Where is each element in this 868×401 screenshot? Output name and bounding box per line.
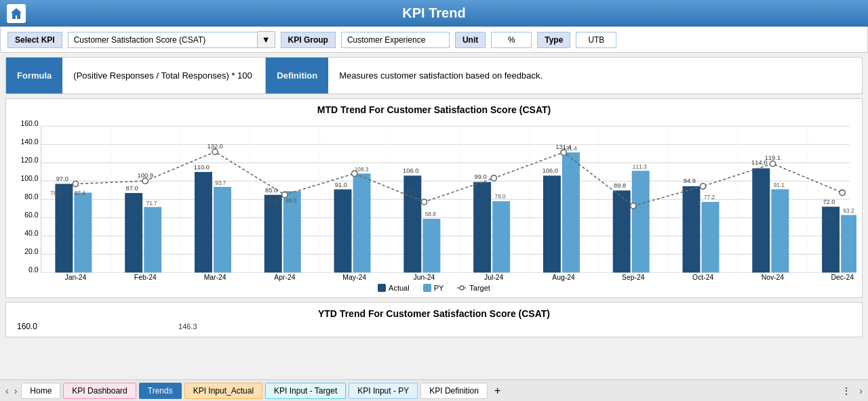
target-marker <box>561 150 566 155</box>
bar-jan-py <box>74 192 92 272</box>
bar-dec-py <box>841 215 856 272</box>
svg-text:87.0: 87.0 <box>125 185 138 192</box>
svg-text:93.7: 93.7 <box>215 180 226 186</box>
tab-add-button[interactable]: + <box>489 382 506 400</box>
bar-aug-py <box>562 152 580 272</box>
legend-target-label: Target <box>469 284 490 292</box>
svg-text:160.0: 160.0 <box>20 120 38 127</box>
svg-text:97.0: 97.0 <box>56 175 68 182</box>
target-marker <box>352 171 357 176</box>
bar-nov-py <box>771 189 789 272</box>
bar-may-py <box>353 173 371 272</box>
target-marker <box>700 184 705 189</box>
svg-text:106.0: 106.0 <box>403 167 418 174</box>
tab-more-button[interactable]: ⋮ <box>836 383 856 399</box>
bottom-tabs: ‹ › Home KPI Dashboard Trends KPI Input_… <box>0 379 868 401</box>
svg-text:87.4: 87.4 <box>75 190 86 196</box>
svg-text:77.2: 77.2 <box>704 194 715 200</box>
dropdown-arrow-icon[interactable]: ▼ <box>258 31 275 48</box>
svg-text:85.0: 85.0 <box>265 187 277 194</box>
bar-may-actual <box>334 190 352 273</box>
bar-jan-actual <box>55 184 73 272</box>
definition-value: Measures customer satisfaction based on … <box>328 58 553 93</box>
svg-text:40.0: 40.0 <box>24 230 38 237</box>
svg-text:78.0: 78.0 <box>495 193 507 200</box>
target-marker <box>770 161 775 166</box>
svg-text:Mar-24: Mar-24 <box>204 274 226 281</box>
svg-text:72.0: 72.0 <box>823 198 835 205</box>
svg-text:59.5: 59.5 <box>266 198 277 205</box>
svg-text:Sep-24: Sep-24 <box>622 274 645 281</box>
svg-text:77.4: 77.4 <box>406 188 417 194</box>
svg-text:Aug-24: Aug-24 <box>552 274 575 281</box>
ytd-value-label: 146.3 <box>178 322 197 331</box>
bar-mar-actual <box>195 172 212 272</box>
svg-text:111.3: 111.3 <box>633 163 647 170</box>
tab-kpi-input-target[interactable]: KPI Input - Target <box>265 383 346 399</box>
tab-nav-prev[interactable]: ‹ <box>3 385 12 396</box>
tab-kpi-input-py[interactable]: KPI Input - PY <box>349 383 418 399</box>
svg-text:May-24: May-24 <box>342 274 366 281</box>
svg-text:Jan-24: Jan-24 <box>65 274 87 281</box>
svg-text:Jun-24: Jun-24 <box>414 274 435 281</box>
formula-value: (Positive Responses / Total Responses) *… <box>62 58 266 93</box>
target-line <box>75 152 842 206</box>
target-marker <box>212 149 218 154</box>
tab-kpi-input-actual[interactable]: KPI Input_Actual <box>184 383 262 399</box>
bar-feb-actual <box>125 193 142 272</box>
definition-block: Definition Measures customer satisfactio… <box>266 58 862 93</box>
tab-trends[interactable]: Trends <box>139 383 182 399</box>
formula-block: Formula (Positive Responses / Total Resp… <box>6 58 266 93</box>
svg-text:110.0: 110.0 <box>194 164 210 171</box>
target-marker <box>491 175 496 181</box>
target-marker <box>282 192 288 197</box>
bar-nov-actual <box>752 168 770 272</box>
unit-value: % <box>491 32 532 48</box>
top-controls: Select KPI Customer Satisfaction Score (… <box>0 26 868 53</box>
svg-text:Dec-24: Dec-24 <box>831 274 854 281</box>
svg-text:99.0: 99.0 <box>474 173 486 180</box>
svg-text:89.8: 89.8 <box>614 182 626 189</box>
svg-point-75 <box>460 286 464 290</box>
svg-text:80.0: 80.0 <box>24 193 38 200</box>
svg-text:106.0: 106.0 <box>542 167 558 174</box>
svg-text:63.2: 63.2 <box>843 207 854 214</box>
bar-mar-py <box>214 187 231 272</box>
legend-actual-label: Actual <box>389 284 410 292</box>
svg-text:91.1: 91.1 <box>774 182 785 188</box>
tab-kpi-dashboard[interactable]: KPI Dashboard <box>63 383 136 399</box>
unit-label: Unit <box>455 32 486 48</box>
tab-kpi-definition[interactable]: KPI Definition <box>420 383 488 399</box>
svg-text:94.9: 94.9 <box>684 177 696 184</box>
ytd-y-axis-label: 160.0 <box>17 322 37 331</box>
tab-nav-next[interactable]: › <box>12 385 20 396</box>
type-label: Type <box>537 32 570 48</box>
svg-text:Feb-24: Feb-24 <box>134 274 157 281</box>
bar-jun-py <box>422 219 440 272</box>
bar-jul-py <box>492 201 510 272</box>
kpi-group-label: KPI Group <box>281 32 336 48</box>
legend-actual-dot <box>378 284 386 292</box>
bar-sep-actual <box>613 190 631 272</box>
target-marker <box>73 181 78 186</box>
legend-py-dot <box>423 284 431 292</box>
svg-text:91.0: 91.0 <box>335 182 347 188</box>
svg-text:Jul-24: Jul-24 <box>484 274 503 281</box>
select-kpi-label: Select KPI <box>7 32 62 48</box>
legend-actual: Actual <box>378 284 410 292</box>
svg-text:140.0: 140.0 <box>20 138 38 146</box>
tab-home[interactable]: Home <box>21 383 60 399</box>
svg-text:119.1: 119.1 <box>765 154 781 161</box>
svg-text:60.0: 60.0 <box>24 211 38 219</box>
bar-sep-py <box>632 171 650 272</box>
bar-jul-actual <box>473 182 491 273</box>
home-icon[interactable] <box>7 4 26 23</box>
target-marker <box>840 190 845 195</box>
legend-py-label: PY <box>434 284 444 292</box>
tab-nav-end[interactable]: › <box>856 385 865 396</box>
svg-text:20.0: 20.0 <box>24 248 38 255</box>
bar-oct-actual <box>683 186 701 272</box>
type-value: UTB <box>576 32 616 48</box>
target-marker <box>421 199 427 205</box>
kpi-dropdown[interactable]: Customer Satisfaction Score (CSAT) ▼ <box>68 31 275 48</box>
